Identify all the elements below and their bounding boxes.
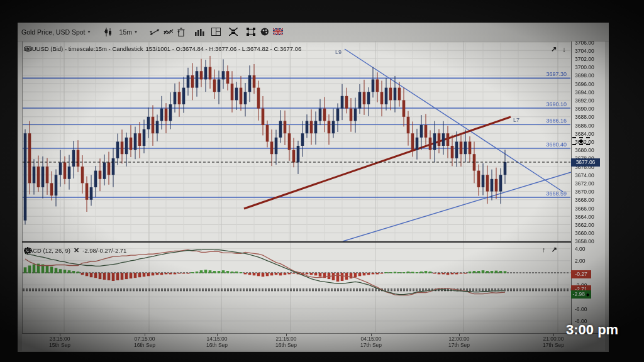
line-tool-dropdown[interactable]: ▾ [150, 29, 152, 35]
level-price-label: 3690.10 [538, 101, 567, 108]
symbol-label: Gold Price, USD Spot [21, 28, 86, 36]
palette-dropdown[interactable]: ▾ [260, 29, 263, 35]
price-axis-label: 3702.00 [575, 56, 594, 62]
indicator-dropdown[interactable]: ▾ [164, 29, 166, 35]
delete-dropdown[interactable]: ▾ [177, 29, 180, 35]
price-axis-label: 3672.00 [575, 180, 594, 187]
chart-header: XAUUSD (Bid) - timescale:15m - Candlesti… [24, 45, 301, 52]
eye-icon[interactable] [24, 46, 32, 52]
price-axis-label: 3668.00 [575, 197, 594, 203]
main-chart-svg[interactable] [22, 41, 571, 241]
palette-icon [260, 28, 269, 36]
chart-type-dropdown[interactable]: ▾ [104, 29, 107, 35]
frame-select-icon [247, 28, 255, 36]
price-axis-label: 3694.00 [575, 89, 594, 96]
chart-title: XAUUSD (Bid) - timescale:15m - Candlesti… [24, 45, 143, 52]
pane-collapse-down-icon[interactable]: ↓ [562, 45, 568, 53]
price-axis-label: 3686.00 [575, 123, 594, 129]
time-axis[interactable]: 23:15:0015th Sep07:15:0016th Sep14:15:00… [22, 333, 605, 351]
chevron-down-icon: ▾ [88, 29, 91, 35]
pane-collapse-up-icon[interactable]: ↑ [542, 246, 548, 253]
price-axis-label: 3658.00 [575, 238, 594, 244]
uk-flag-icon [273, 28, 283, 35]
main-pane-controls: ↗ ↓ [551, 45, 568, 53]
price-axis-label: 3706.00 [575, 40, 594, 46]
time-axis-label: 07:15:0016th Sep [134, 336, 155, 348]
macd-axis-label: -6.00 [575, 306, 587, 312]
price-marker-diamond-icon[interactable]: ◆ [572, 137, 590, 145]
chevron-down-icon: ▾ [135, 29, 137, 35]
symbol-dropdown[interactable]: Gold Price, USD Spot ▾ [21, 28, 91, 36]
pane-resize-icon[interactable]: ↗ [551, 45, 558, 53]
macd-axis-label: 2.00 [575, 258, 586, 264]
time-axis-label: 21:00:0017th Sep [543, 336, 564, 348]
price-axis-label: 3680.00 [575, 147, 594, 153]
macd-values: -2.98/-0.27/-2.71 [82, 247, 126, 254]
language-dropdown[interactable]: ▾ [273, 29, 275, 35]
price-axis-label: 3670.00 [575, 189, 594, 195]
layout-grid-icon [211, 28, 221, 36]
trendline-tool-icon [150, 28, 160, 36]
trash-icon [177, 28, 185, 36]
candlestick-icon [104, 28, 112, 36]
price-axis-label: 3666.00 [575, 206, 594, 212]
price-axis-label: 3684.00 [575, 131, 594, 137]
time-axis-label: 23:15:0015th Sep [49, 336, 70, 348]
trendline-label-l7: L7 [513, 117, 519, 123]
level-price-label: 3680.40 [538, 141, 567, 148]
price-axis-label: 3660.00 [575, 230, 594, 236]
price-axis-label: 3674.00 [575, 172, 594, 178]
level-price-label: 3697.30 [538, 71, 567, 78]
volume-bars-icon [195, 28, 204, 36]
trading-app-screen: Gold Price, USD Spot ▾ ▾ 15m ▾ ▾ ▾ ▾ [18, 23, 609, 352]
macd-value-badge: -2.98◆ [571, 290, 591, 299]
macd-header: MACD (12, 26, 9) ✕ -2.98/-0.27/-2.71 [24, 246, 126, 255]
time-axis-label: 04:15:0017th Sep [360, 336, 382, 348]
close-icon[interactable]: ✕ [74, 246, 79, 255]
trendline-label-l9: L9 [335, 49, 341, 55]
price-axis-label: 3696.00 [575, 81, 594, 87]
macd-chart-svg[interactable] [22, 243, 571, 332]
clock-overlay: 3:00 pm [566, 322, 618, 338]
time-axis-label: 14:15:0016th Sep [206, 336, 228, 348]
price-axis-label: 3700.00 [575, 64, 594, 70]
timeframe-label: 15m [119, 28, 132, 36]
macd-axis-label: 4.00 [575, 246, 586, 252]
diamond-icon: ◆ [586, 290, 589, 299]
toolbar: Gold Price, USD Spot ▾ ▾ 15m ▾ ▾ ▾ ▾ [18, 23, 609, 41]
price-axis-label: 3688.00 [575, 114, 594, 120]
current-price-badge: 3677.06 [571, 158, 600, 167]
price-axis-label: 3692.00 [575, 97, 594, 104]
price-axis-label: 3664.00 [575, 214, 594, 220]
price-axis-label: 3662.00 [575, 222, 594, 228]
collapse-arrows-icon [229, 28, 238, 36]
price-axis-label: 3704.00 [575, 48, 594, 54]
timeframe-dropdown[interactable]: 15m ▾ [119, 28, 137, 36]
pane-resize-icon[interactable]: ↗ [552, 246, 559, 253]
level-price-label: 3668.59 [538, 190, 567, 197]
price-axis-label: 3698.00 [575, 72, 594, 79]
chart-ohlc-readout: 153/1001 - O:3674.84 - H:3677.06 - L:367… [146, 45, 302, 52]
gear-icon[interactable] [24, 247, 31, 255]
indicator-zigzag-icon [164, 28, 174, 36]
time-axis-label: 21:15:0016th Sep [275, 336, 297, 348]
level-price-label: 3686.16 [538, 118, 567, 124]
time-axis-label: 12:00:0017th Sep [448, 336, 470, 348]
price-axis-label: 3690.00 [575, 106, 594, 112]
macd-pane-controls: ↑ ↗ [542, 246, 559, 254]
macd-value-badge: -0.27 [571, 270, 591, 278]
